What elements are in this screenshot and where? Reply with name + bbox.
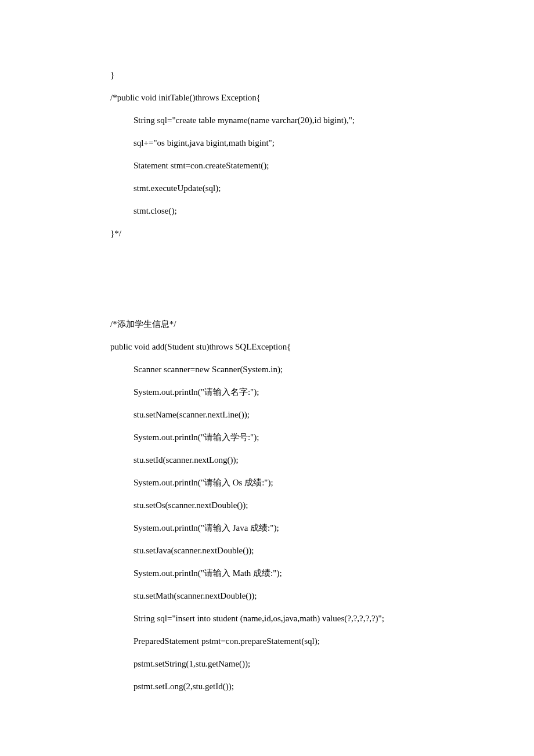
code-line: stu.setId(scanner.nextLong()); (110, 449, 476, 471)
code-line: System.out.println("请输入学号:"); (110, 426, 476, 449)
code-line: stu.setOs(scanner.nextDouble()); (110, 494, 476, 517)
code-line: System.out.println("请输入 Math 成绩:"); (110, 562, 476, 585)
code-line: String sql="insert into student (name,id… (110, 607, 476, 630)
code-line: }*/ (110, 222, 476, 245)
code-line: PreparedStatement pstmt=con.prepareState… (110, 630, 476, 653)
code-line: stu.setMath(scanner.nextDouble()); (110, 585, 476, 607)
code-page: }/*public void initTable()throws Excepti… (0, 0, 534, 698)
code-line: stu.setJava(scanner.nextDouble()); (110, 539, 476, 562)
code-line: Statement stmt=con.createStatement(); (110, 154, 476, 177)
code-line: Scanner scanner=new Scanner(System.in); (110, 358, 476, 381)
code-line: public void add(Student stu)throws SQLEx… (110, 336, 476, 358)
code-line: stu.setName(scanner.nextLine()); (110, 404, 476, 426)
code-line: } (110, 64, 476, 87)
code-line: /*public void initTable()throws Exceptio… (110, 87, 476, 109)
code-line: System.out.println("请输入 Java 成绩:"); (110, 517, 476, 539)
code-line: String sql="create table myname(name var… (110, 109, 476, 132)
code-line: pstmt.setString(1,stu.getName()); (110, 653, 476, 675)
blank-line (110, 245, 476, 268)
code-line: stmt.executeUpdate(sql); (110, 177, 476, 200)
code-line: /*添加学生信息*/ (110, 313, 476, 336)
code-line: System.out.println("请输入 Os 成绩:"); (110, 471, 476, 494)
blank-line (110, 268, 476, 290)
blank-line (110, 290, 476, 313)
code-line: stmt.close(); (110, 200, 476, 222)
code-line: System.out.println("请输入名字:"); (110, 381, 476, 404)
code-line: sql+="os bigint,java bigint,math bigint"… (110, 132, 476, 154)
code-line: pstmt.setLong(2,stu.getId()); (110, 675, 476, 698)
